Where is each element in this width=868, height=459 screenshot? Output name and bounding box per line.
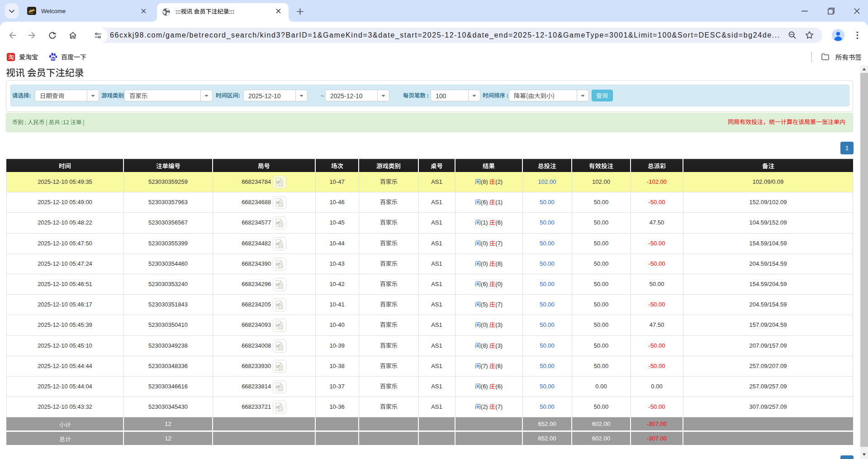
- svg-text:du: du: [51, 57, 55, 60]
